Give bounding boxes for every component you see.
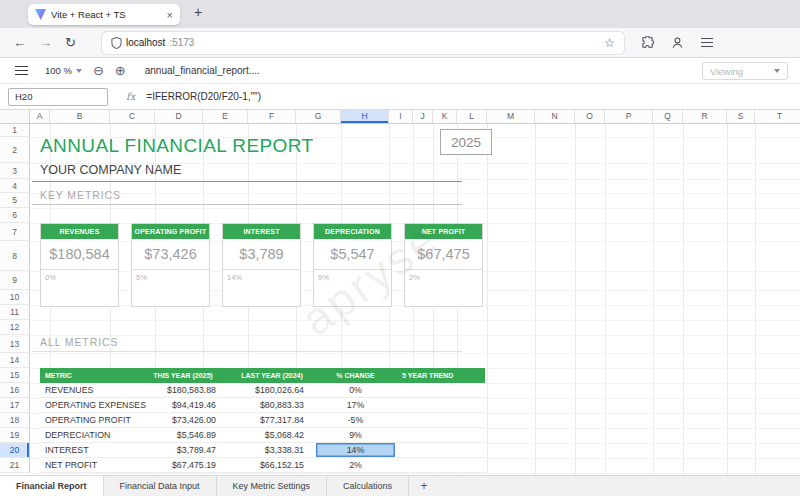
- column-header[interactable]: K: [433, 110, 457, 123]
- row-header[interactable]: 9: [0, 271, 29, 290]
- metric-card[interactable]: REVENUES $180,584 0%: [40, 223, 119, 307]
- row-header[interactable]: 18: [0, 413, 29, 428]
- table-row[interactable]: NET PROFIT $67,475.19 $66,152.15 2%: [40, 458, 485, 473]
- cell-last-year[interactable]: $3,338.31: [228, 443, 316, 457]
- cell-last-year[interactable]: $5,068.42: [228, 428, 316, 442]
- row-header[interactable]: 6: [0, 208, 29, 223]
- cell-metric[interactable]: DEPRECIATION: [40, 428, 138, 442]
- row-header[interactable]: 12: [0, 320, 29, 335]
- column-header[interactable]: A: [30, 110, 50, 123]
- cell-this-year[interactable]: $3,789.47: [138, 443, 228, 457]
- select-all-corner[interactable]: [0, 110, 30, 124]
- zoom-control[interactable]: 100 %: [45, 65, 82, 76]
- cell-this-year[interactable]: $5,546.89: [138, 428, 228, 442]
- row-header[interactable]: 5: [0, 193, 29, 208]
- table-row[interactable]: OPERATING EXPENSES $94,419.46 $80,883.33…: [40, 398, 485, 413]
- column-header[interactable]: C: [110, 110, 155, 123]
- cell-this-year[interactable]: $180,583.88: [138, 383, 228, 397]
- row-header[interactable]: 15: [0, 368, 29, 383]
- table-row[interactable]: DEPRECIATION $5,546.89 $5,068.42 9%: [40, 428, 485, 443]
- sheet-tab[interactable]: Calculations: [327, 476, 409, 496]
- account-icon[interactable]: [671, 36, 684, 49]
- column-header[interactable]: B: [50, 110, 110, 123]
- extensions-icon[interactable]: [641, 36, 654, 49]
- new-tab-button[interactable]: +: [194, 4, 202, 20]
- column-header[interactable]: D: [155, 110, 203, 123]
- cell-percent-change[interactable]: -5%: [316, 413, 395, 427]
- cell-percent-change[interactable]: 0%: [316, 383, 395, 397]
- cell-last-year[interactable]: $80,883.33: [228, 398, 316, 412]
- row-header[interactable]: 10: [0, 290, 29, 305]
- menu-icon[interactable]: [701, 38, 713, 47]
- metric-card[interactable]: NET PROFIT $67,475 2%: [404, 223, 483, 307]
- column-header[interactable]: L: [457, 110, 487, 123]
- metric-card[interactable]: DEPRECIATION $5,547 9%: [313, 223, 392, 307]
- row-header[interactable]: 21: [0, 458, 29, 473]
- column-header[interactable]: F: [248, 110, 296, 123]
- sheet-tab[interactable]: Financial Report: [0, 476, 104, 496]
- column-header[interactable]: R: [683, 110, 727, 123]
- row-header[interactable]: 13: [0, 335, 29, 353]
- row-header[interactable]: 7: [0, 223, 29, 241]
- cell-metric[interactable]: NET PROFIT: [40, 458, 138, 472]
- tab-close-icon[interactable]: ×: [167, 9, 173, 21]
- row-header[interactable]: 19: [0, 428, 29, 443]
- column-header[interactable]: I: [389, 110, 413, 123]
- cell-trend[interactable]: [395, 383, 485, 397]
- back-button[interactable]: ←: [13, 36, 26, 49]
- cell-trend[interactable]: [395, 398, 485, 412]
- table-row[interactable]: INTEREST $3,789.47 $3,338.31 14%: [40, 443, 485, 458]
- cell-this-year[interactable]: $94,419.46: [138, 398, 228, 412]
- cell-last-year[interactable]: $66,152.15: [228, 458, 316, 472]
- app-menu-icon[interactable]: [15, 66, 28, 75]
- column-header[interactable]: E: [203, 110, 248, 123]
- sheet-canvas[interactable]: ANNUAL FINANCIAL REPORT 2025 YOUR COMPAN…: [30, 124, 800, 475]
- cell-this-year[interactable]: $73,426.00: [138, 413, 228, 427]
- row-header[interactable]: 16: [0, 383, 29, 398]
- cell-percent-change[interactable]: 14%: [316, 443, 395, 457]
- metric-card[interactable]: OPERATING PROFIT $73,426 5%: [131, 223, 210, 307]
- bookmark-star-icon[interactable]: ☆: [604, 36, 615, 50]
- row-header[interactable]: 14: [0, 353, 29, 368]
- column-header[interactable]: M: [487, 110, 535, 123]
- metric-card[interactable]: INTEREST $3,789 14%: [222, 223, 301, 307]
- cell-metric[interactable]: REVENUES: [40, 383, 138, 397]
- column-header[interactable]: T: [755, 110, 800, 123]
- sheet-tab[interactable]: Key Metric Settings: [217, 476, 328, 496]
- row-header[interactable]: 1: [0, 124, 29, 137]
- cell-metric[interactable]: OPERATING PROFIT: [40, 413, 138, 427]
- cell-metric[interactable]: INTEREST: [40, 443, 138, 457]
- row-header[interactable]: 4: [0, 179, 29, 193]
- add-sheet-button[interactable]: +: [409, 476, 439, 496]
- column-header[interactable]: J: [413, 110, 433, 123]
- sheet-tab[interactable]: Financial Data Input: [104, 476, 217, 496]
- zoom-out-button[interactable]: ⊖: [93, 64, 104, 77]
- table-row[interactable]: REVENUES $180,583.88 $180,026.64 0%: [40, 383, 485, 398]
- row-header[interactable]: 2: [0, 137, 29, 163]
- url-bar[interactable]: localhost :5173 ☆: [102, 32, 624, 54]
- cell-trend[interactable]: [395, 443, 485, 457]
- cell-last-year[interactable]: $180,026.64: [228, 383, 316, 397]
- cell-last-year[interactable]: $77,317.84: [228, 413, 316, 427]
- cell-this-year[interactable]: $67,475.19: [138, 458, 228, 472]
- row-header[interactable]: 20: [0, 443, 29, 458]
- cell-percent-change[interactable]: 2%: [316, 458, 395, 472]
- browser-tab[interactable]: Vite + React + TS ×: [28, 4, 180, 25]
- column-header[interactable]: Q: [653, 110, 683, 123]
- cell-reference-input[interactable]: [8, 88, 108, 106]
- column-header[interactable]: O: [575, 110, 605, 123]
- cell-metric[interactable]: OPERATING EXPENSES: [40, 398, 138, 412]
- cell-trend[interactable]: [395, 413, 485, 427]
- view-mode-dropdown[interactable]: Viewing: [702, 62, 788, 80]
- column-header[interactable]: P: [605, 110, 653, 123]
- row-header[interactable]: 8: [0, 241, 29, 271]
- reload-button[interactable]: ↻: [65, 36, 76, 49]
- forward-button[interactable]: →: [39, 36, 52, 49]
- column-header[interactable]: H: [341, 110, 389, 123]
- cell-trend[interactable]: [395, 428, 485, 442]
- cell-percent-change[interactable]: 9%: [316, 428, 395, 442]
- row-header[interactable]: 17: [0, 398, 29, 413]
- row-header[interactable]: 3: [0, 163, 29, 179]
- table-row[interactable]: OPERATING PROFIT $73,426.00 $77,317.84 -…: [40, 413, 485, 428]
- row-header[interactable]: 11: [0, 305, 29, 320]
